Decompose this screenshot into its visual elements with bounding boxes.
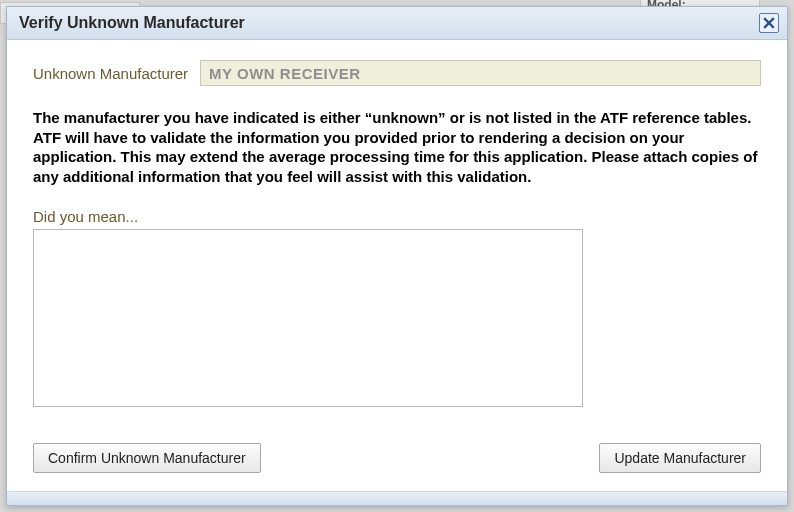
close-icon (763, 17, 775, 29)
update-manufacturer-button[interactable]: Update Manufacturer (599, 443, 761, 473)
dialog-button-row: Confirm Unknown Manufacturer Update Manu… (7, 429, 787, 491)
dialog-title: Verify Unknown Manufacturer (19, 14, 245, 32)
verify-manufacturer-dialog: Verify Unknown Manufacturer Unknown Manu… (6, 6, 788, 506)
dialog-titlebar: Verify Unknown Manufacturer (7, 7, 787, 40)
manufacturer-field-row: Unknown Manufacturer (33, 60, 761, 86)
suggestions-listbox[interactable] (33, 229, 583, 407)
suggestions-label: Did you mean... (33, 208, 761, 225)
dialog-body: Unknown Manufacturer The manufacturer yo… (7, 40, 787, 429)
manufacturer-label: Unknown Manufacturer (33, 65, 188, 82)
confirm-unknown-manufacturer-button[interactable]: Confirm Unknown Manufacturer (33, 443, 261, 473)
dialog-bottom-bar (7, 491, 787, 505)
manufacturer-input[interactable] (200, 60, 761, 86)
close-button[interactable] (759, 13, 779, 33)
warning-text: The manufacturer you have indicated is e… (33, 108, 761, 186)
